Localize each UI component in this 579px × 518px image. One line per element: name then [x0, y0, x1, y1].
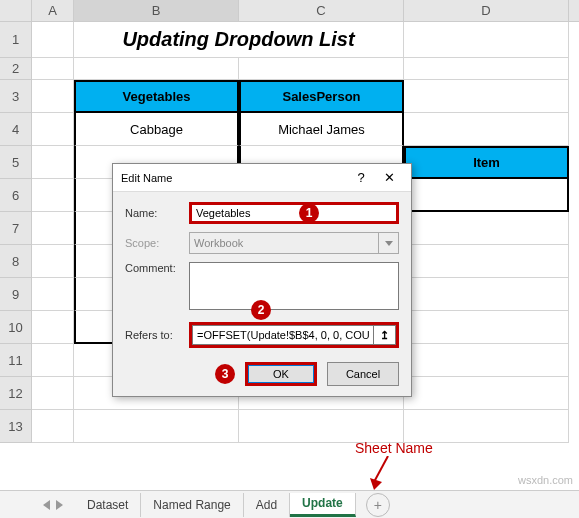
header-salesperson[interactable]: SalesPerson [239, 80, 404, 113]
tab-dataset[interactable]: Dataset [75, 493, 141, 517]
collapse-dialog-icon[interactable]: ↥ [374, 325, 396, 345]
cell-b2[interactable] [74, 58, 239, 80]
dialog-title: Edit Name [121, 172, 347, 184]
tab-update[interactable]: Update [290, 493, 356, 517]
cell-a6[interactable] [32, 179, 74, 212]
svg-line-1 [374, 456, 388, 482]
cell-a9[interactable] [32, 278, 74, 311]
scope-label: Scope: [125, 237, 189, 249]
callout-2: 2 [251, 300, 271, 320]
cell-d3[interactable] [404, 80, 569, 113]
close-icon[interactable]: ✕ [375, 170, 403, 185]
ok-button-label: OK [248, 365, 314, 383]
row-header-8[interactable]: 8 [0, 245, 32, 278]
refers-label: Refers to: [125, 329, 189, 341]
row-header-13[interactable]: 13 [0, 410, 32, 443]
cell-d10[interactable] [404, 311, 569, 344]
comment-input[interactable] [189, 262, 399, 310]
dialog-titlebar[interactable]: Edit Name ? ✕ [113, 164, 411, 192]
comment-label: Comment: [125, 262, 189, 274]
scope-value: Workbook [194, 237, 243, 249]
cell-c2[interactable] [239, 58, 404, 80]
row-header-9[interactable]: 9 [0, 278, 32, 311]
col-header-d[interactable]: D [404, 0, 569, 21]
cell-d2[interactable] [404, 58, 569, 80]
cell-b4[interactable]: Cabbage [74, 113, 239, 146]
row-header-11[interactable]: 11 [0, 344, 32, 377]
cell-d7[interactable] [404, 212, 569, 245]
cell-a2[interactable] [32, 58, 74, 80]
refers-to-wrap: ↥ [189, 322, 399, 348]
cell-a7[interactable] [32, 212, 74, 245]
tab-add[interactable]: Add [244, 493, 290, 517]
cell-d6[interactable] [404, 179, 569, 212]
column-header-row: A B C D [0, 0, 579, 22]
scope-select: Workbook [189, 232, 399, 254]
row-header-4[interactable]: 4 [0, 113, 32, 146]
cell-a4[interactable] [32, 113, 74, 146]
cell-a5[interactable] [32, 146, 74, 179]
watermark: wsxdn.com [518, 474, 573, 486]
dialog-body: Name: 1 Scope: Workbook Comment: 2 Refer… [113, 192, 411, 396]
tab-nav-prev-icon[interactable] [43, 500, 50, 510]
cell-a3[interactable] [32, 80, 74, 113]
header-item[interactable]: Item [404, 146, 569, 179]
cell-a13[interactable] [32, 410, 74, 443]
sheet-tab-bar: Dataset Named Range Add Update + [0, 490, 579, 518]
name-input[interactable] [189, 202, 399, 224]
header-vegetables[interactable]: Vegetables [74, 80, 239, 113]
chevron-down-icon [378, 233, 398, 253]
row-header-10[interactable]: 10 [0, 311, 32, 344]
row-header-3[interactable]: 3 [0, 80, 32, 113]
edit-name-dialog: Edit Name ? ✕ Name: 1 Scope: Workbook Co… [112, 163, 412, 397]
cell-d4[interactable] [404, 113, 569, 146]
cell-a11[interactable] [32, 344, 74, 377]
cell-a1[interactable] [32, 22, 74, 58]
cell-c4[interactable]: Michael James [239, 113, 404, 146]
cell-d9[interactable] [404, 278, 569, 311]
arrow-icon [370, 456, 400, 490]
row-header-7[interactable]: 7 [0, 212, 32, 245]
callout-1: 1 [299, 203, 319, 223]
cell-d13[interactable] [404, 410, 569, 443]
refers-to-input[interactable] [192, 325, 374, 345]
cell-a8[interactable] [32, 245, 74, 278]
name-label: Name: [125, 207, 189, 219]
select-all-corner[interactable] [0, 0, 32, 21]
tab-named-range[interactable]: Named Range [141, 493, 243, 517]
row-header-6[interactable]: 6 [0, 179, 32, 212]
col-header-b[interactable]: B [74, 0, 239, 21]
row-header-1[interactable]: 1 [0, 22, 32, 58]
row-header-12[interactable]: 12 [0, 377, 32, 410]
cell-c13[interactable] [239, 410, 404, 443]
col-header-a[interactable]: A [32, 0, 74, 21]
new-sheet-button[interactable]: + [366, 493, 390, 517]
row-header-2[interactable]: 2 [0, 58, 32, 80]
svg-marker-0 [385, 241, 393, 246]
ok-button[interactable]: OK [245, 362, 317, 386]
col-header-c[interactable]: C [239, 0, 404, 21]
row-header-5[interactable]: 5 [0, 146, 32, 179]
sheet-name-annotation: Sheet Name [355, 440, 433, 456]
cell-b13[interactable] [74, 410, 239, 443]
cell-d11[interactable] [404, 344, 569, 377]
cell-d8[interactable] [404, 245, 569, 278]
cell-d1[interactable] [404, 22, 569, 58]
tab-nav-next-icon[interactable] [56, 500, 63, 510]
help-icon[interactable]: ? [347, 170, 375, 185]
cell-d12[interactable] [404, 377, 569, 410]
cell-a12[interactable] [32, 377, 74, 410]
callout-3: 3 [215, 364, 235, 384]
cancel-button[interactable]: Cancel [327, 362, 399, 386]
cell-a10[interactable] [32, 311, 74, 344]
title-cell[interactable]: Updating Dropdown List [74, 22, 404, 58]
